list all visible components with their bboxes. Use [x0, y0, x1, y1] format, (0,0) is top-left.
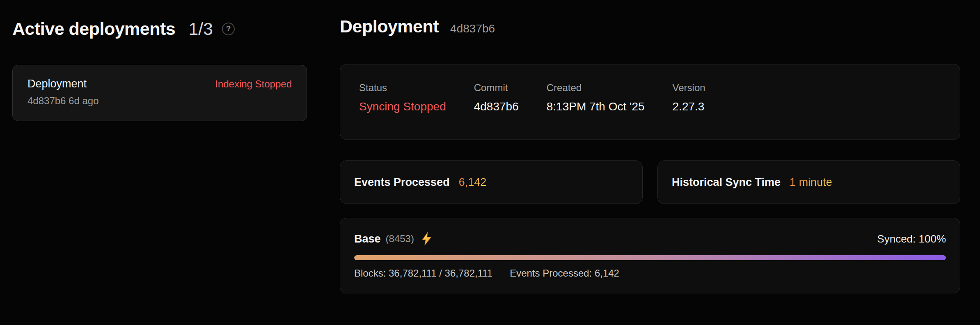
active-deployments-title: Active deployments	[12, 19, 175, 39]
meta-version: Version 2.27.3	[673, 82, 705, 114]
historical-sync-time-label: Historical Sync Time	[672, 176, 781, 189]
chain-name: Base	[354, 233, 381, 245]
question-mark-icon[interactable]: ?	[222, 23, 235, 35]
created-label: Created	[547, 82, 645, 94]
stats-row: Events Processed 6,142 Historical Sync T…	[340, 160, 960, 204]
events-processed-value: 6,142	[459, 176, 487, 189]
sync-progress-fill	[354, 255, 946, 260]
chain-sync-header: Base (8453) Synced: 100%	[354, 232, 946, 245]
deployment-commit-hash: 4d837b6	[450, 22, 495, 35]
chain-events-processed-label: Events Processed: 6,142	[510, 268, 619, 279]
deployment-detail-title: Deployment	[340, 16, 439, 37]
chain-sync-card: Base (8453) Synced: 100%	[340, 218, 960, 293]
meta-status: Status Syncing Stopped	[359, 82, 446, 114]
deployment-item-status-badge: Indexing Stopped	[215, 78, 292, 90]
meta-commit: Commit 4d837b6	[474, 82, 519, 114]
commit-value: 4d837b6	[474, 100, 519, 114]
chain-sync-footer: Blocks: 36,782,111 / 36,782,111 Events P…	[354, 268, 946, 279]
active-deployments-panel: Active deployments 1/3 ? Deployment Inde…	[12, 16, 307, 325]
historical-sync-time-value: 1 minute	[790, 176, 832, 189]
deployment-detail-header: Deployment 4d837b6	[340, 16, 960, 41]
synced-percent-label: Synced: 100%	[877, 233, 946, 245]
created-value: 8:13PM 7th Oct '25	[547, 100, 645, 114]
lightning-bolt-icon	[421, 232, 432, 245]
deployment-list-item-row: Deployment Indexing Stopped	[27, 78, 292, 90]
deployments-dashboard: Active deployments 1/3 ? Deployment Inde…	[0, 0, 980, 325]
events-processed-card: Events Processed 6,142	[340, 160, 643, 204]
status-label: Status	[359, 82, 446, 94]
deployment-detail-panel: Deployment 4d837b6 Status Syncing Stoppe…	[340, 16, 960, 325]
deployment-list-item[interactable]: Deployment Indexing Stopped 4d837b6 6d a…	[12, 65, 307, 121]
events-processed-label: Events Processed	[354, 176, 450, 189]
status-value: Syncing Stopped	[359, 100, 446, 114]
deployment-item-meta: 4d837b6 6d ago	[27, 95, 292, 107]
deployment-item-name: Deployment	[27, 78, 87, 90]
active-deployments-count: 1/3	[188, 19, 213, 39]
chain-id: (8453)	[386, 233, 414, 245]
chain-identity: Base (8453)	[354, 232, 432, 245]
meta-created: Created 8:13PM 7th Oct '25	[547, 82, 645, 114]
deployment-meta-card: Status Syncing Stopped Commit 4d837b6 Cr…	[340, 64, 960, 140]
version-label: Version	[673, 82, 705, 94]
version-value: 2.27.3	[673, 100, 705, 114]
commit-label: Commit	[474, 82, 519, 94]
active-deployments-header: Active deployments 1/3 ?	[12, 16, 307, 41]
historical-sync-time-card: Historical Sync Time 1 minute	[657, 160, 960, 204]
sync-progress-track	[354, 255, 946, 260]
blocks-progress-label: Blocks: 36,782,111 / 36,782,111	[354, 268, 492, 279]
